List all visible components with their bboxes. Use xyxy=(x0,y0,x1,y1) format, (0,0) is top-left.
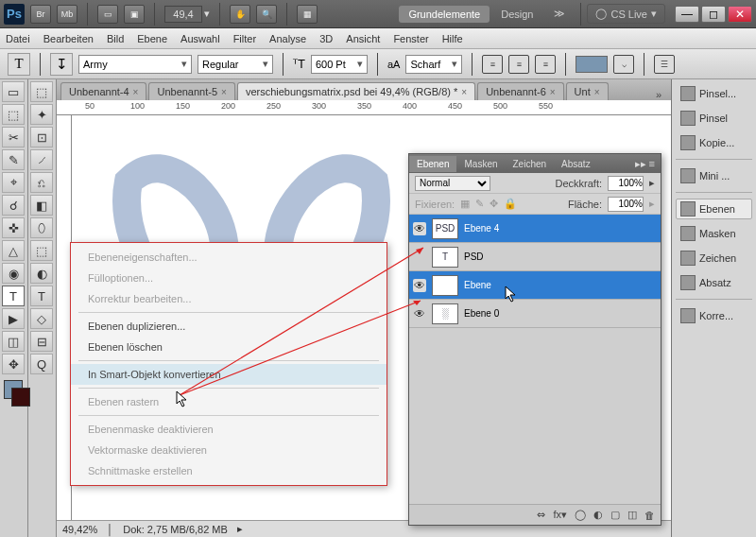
doc-tab[interactable]: verschiebungsmatrix.psd bei 49,4% (RGB/8… xyxy=(237,82,475,100)
background-swatch[interactable] xyxy=(11,388,30,407)
bridge-button[interactable]: Br xyxy=(30,5,51,24)
menu-3d[interactable]: 3D xyxy=(319,33,333,44)
workspace-more-icon[interactable]: ≫ xyxy=(544,5,575,23)
tool-12[interactable]: ✥ xyxy=(2,354,25,374)
new-layer-icon[interactable]: ◫ xyxy=(627,509,637,521)
layers-tab-ebenen[interactable]: Ebenen xyxy=(409,156,456,172)
ctx-item[interactable]: Ebenen löschen xyxy=(71,337,387,357)
panel-para[interactable]: Absatz xyxy=(676,272,752,293)
tool-10[interactable]: ▶ xyxy=(2,308,25,329)
viewmode-button[interactable]: ▭ xyxy=(97,5,118,24)
layer-thumbnail[interactable]: T xyxy=(432,247,458,268)
workspace-tab[interactable]: Design xyxy=(491,6,542,23)
panel-mask[interactable]: Masken xyxy=(676,223,752,244)
tool2-3[interactable]: ⟋ xyxy=(30,149,53,170)
workspace-tab-active[interactable]: Grundelemente xyxy=(399,6,490,23)
chevron-down-icon[interactable]: ▾ xyxy=(204,8,210,20)
tool-7[interactable]: △ xyxy=(2,240,25,261)
layer-thumbnail[interactable]: PSD xyxy=(432,218,458,239)
ctx-item[interactable]: Ebenen duplizieren... xyxy=(71,316,387,337)
group-icon[interactable]: ▢ xyxy=(610,509,620,521)
menu-filter[interactable]: Filter xyxy=(233,33,256,44)
panel-adj[interactable]: Korre... xyxy=(676,305,752,326)
tabs-overflow-icon[interactable]: » xyxy=(650,89,667,100)
close-tab-icon[interactable]: × xyxy=(133,87,139,97)
align-right-button[interactable]: ≡ xyxy=(535,55,556,74)
tool-5[interactable]: ☌ xyxy=(2,195,25,216)
lock-pixels-icon[interactable]: ▦ xyxy=(460,198,470,210)
panel-char[interactable]: Zeichen xyxy=(676,248,752,268)
lock-brush-icon[interactable]: ✎ xyxy=(475,198,484,210)
warp-text-button[interactable]: ⌵ xyxy=(613,55,634,74)
layers-panel[interactable]: EbenenMaskenZeichenAbsatz▸▸ ≡ Normal Dec… xyxy=(408,153,662,526)
font-family-combo[interactable]: Army xyxy=(78,55,192,74)
menu-bearbeiten[interactable]: Bearbeiten xyxy=(43,33,94,44)
ctx-item[interactable]: In Smart-Objekt konvertieren xyxy=(71,364,387,385)
panel-mb[interactable]: Mini ... xyxy=(676,165,752,186)
layers-tab-zeichen[interactable]: Zeichen xyxy=(506,156,555,172)
orientation-button[interactable]: ↧ xyxy=(50,53,73,76)
menu-ansicht[interactable]: Ansicht xyxy=(346,33,380,44)
visibility-icon[interactable] xyxy=(413,251,426,264)
close-tab-icon[interactable]: × xyxy=(594,87,600,97)
layer-context-menu[interactable]: Ebeneneigenschaften...Fülloptionen...Kor… xyxy=(70,242,387,486)
tool2-12[interactable]: Q xyxy=(30,354,53,374)
arrange-button[interactable]: ▦ xyxy=(297,5,318,24)
align-left-button[interactable]: ≡ xyxy=(482,55,503,74)
layer-row[interactable]: 👁Ebene xyxy=(409,271,661,300)
mask-icon[interactable]: ◯ xyxy=(575,509,586,521)
font-weight-combo[interactable]: Regular xyxy=(198,55,273,74)
cslive-button[interactable]: ◯CS Live▾ xyxy=(587,4,665,24)
panel-brush2[interactable]: Pinsel xyxy=(676,108,752,129)
visibility-icon[interactable]: 👁 xyxy=(413,307,426,320)
tool-4[interactable]: ⌖ xyxy=(2,172,25,193)
tool2-4[interactable]: ⎌ xyxy=(30,172,53,193)
tool2-10[interactable]: ◇ xyxy=(30,308,53,329)
font-size-combo[interactable]: 600 Pt xyxy=(311,55,368,74)
layer-row[interactable]: 👁PSDEbene 4 xyxy=(409,215,661,243)
tool-8[interactable]: ◉ xyxy=(2,263,25,284)
visibility-icon[interactable]: 👁 xyxy=(413,279,426,292)
tool-9[interactable]: T xyxy=(2,286,25,306)
fill-input[interactable] xyxy=(608,197,644,212)
panel-clone[interactable]: Kopie... xyxy=(676,132,752,153)
minimize-button[interactable]: — xyxy=(675,6,699,23)
menu-hilfe[interactable]: Hilfe xyxy=(442,33,463,44)
close-button[interactable]: ✕ xyxy=(728,6,752,23)
status-arrow-icon[interactable]: ▸ xyxy=(237,523,243,535)
close-tab-icon[interactable]: × xyxy=(461,87,467,97)
adjustment-icon[interactable]: ◐ xyxy=(593,509,603,521)
align-center-button[interactable]: ≡ xyxy=(508,55,529,74)
tool2-0[interactable]: ⬚ xyxy=(30,81,53,102)
minibridge-button[interactable]: Mb xyxy=(57,5,77,24)
doc-tab[interactable]: Unbenannt-6× xyxy=(477,82,563,100)
tool-1[interactable]: ⬚ xyxy=(2,104,25,125)
zoom-control[interactable]: ▾ xyxy=(164,6,210,23)
character-panel-button[interactable]: ☰ xyxy=(654,55,675,74)
doc-tab[interactable]: Unbenannt-4× xyxy=(60,82,146,100)
doc-tab[interactable]: Unbenannt-5× xyxy=(148,82,234,100)
panel-brush[interactable]: Pinsel... xyxy=(676,83,752,104)
zoom-input[interactable] xyxy=(164,6,202,23)
menu-ebene[interactable]: Ebene xyxy=(137,33,167,44)
tool2-7[interactable]: ⬚ xyxy=(30,240,53,261)
layer-row[interactable]: 👁░Ebene 0 xyxy=(409,300,661,328)
screenmode-button[interactable]: ▣ xyxy=(124,5,145,24)
menu-auswahl[interactable]: Auswahl xyxy=(180,33,220,44)
chevron-icon[interactable]: ▸ xyxy=(649,177,655,189)
menu-analyse[interactable]: Analyse xyxy=(269,33,306,44)
antialias-combo[interactable]: Scharf xyxy=(405,55,462,74)
layers-tab-absatz[interactable]: Absatz xyxy=(554,156,598,172)
blend-mode-select[interactable]: Normal xyxy=(415,176,490,191)
fx-icon[interactable]: fx▾ xyxy=(553,509,567,521)
tool2-2[interactable]: ⊡ xyxy=(30,127,53,147)
tool2-8[interactable]: ◐ xyxy=(30,263,53,284)
maximize-button[interactable]: ◻ xyxy=(701,6,726,23)
lock-move-icon[interactable]: ✥ xyxy=(490,198,498,210)
visibility-icon[interactable]: 👁 xyxy=(413,222,426,235)
tool2-6[interactable]: ⬯ xyxy=(30,217,53,238)
tool2-9[interactable]: T xyxy=(30,286,53,306)
doc-tab[interactable]: Unt× xyxy=(566,82,609,100)
text-color-swatch[interactable] xyxy=(576,56,608,73)
tool-6[interactable]: ✜ xyxy=(2,217,25,238)
